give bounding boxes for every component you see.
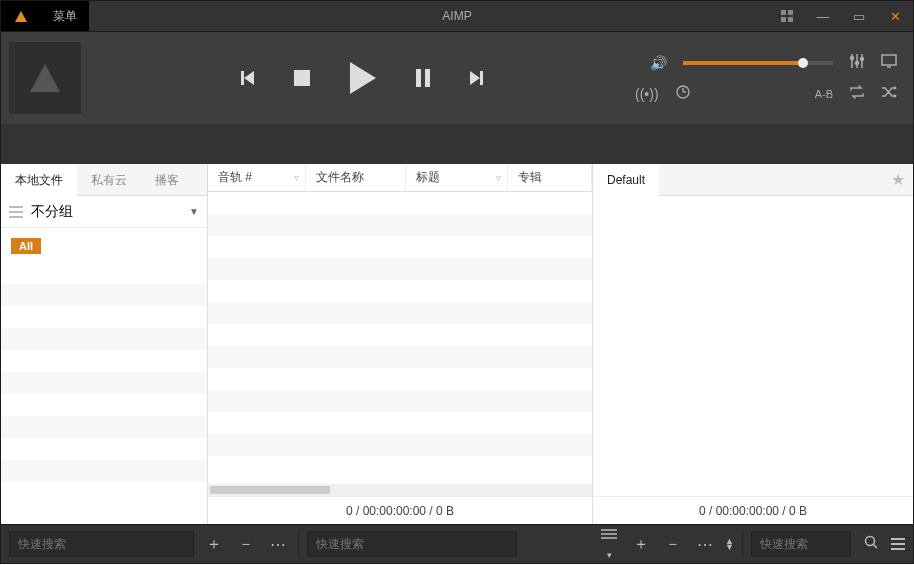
tracks-status: 0 / 00:00:00:00 / 0 B bbox=[208, 496, 592, 524]
table-row bbox=[208, 390, 592, 412]
previous-icon bbox=[241, 71, 254, 85]
table-row bbox=[208, 236, 592, 258]
play-icon bbox=[350, 62, 376, 94]
table-row bbox=[208, 368, 592, 390]
close-button[interactable]: ✕ bbox=[877, 1, 913, 31]
maximize-button[interactable]: ▭ bbox=[841, 1, 877, 31]
previous-button[interactable] bbox=[241, 71, 254, 85]
volume-icon[interactable]: 🔊 bbox=[650, 55, 667, 71]
table-row bbox=[208, 214, 592, 236]
close-icon: ✕ bbox=[890, 9, 901, 24]
play-button[interactable] bbox=[350, 62, 376, 94]
pause-button[interactable] bbox=[416, 69, 430, 87]
library-add-button[interactable]: ＋ bbox=[202, 534, 226, 555]
info-bar bbox=[0, 124, 914, 164]
filter-all-badge[interactable]: All bbox=[11, 238, 41, 254]
table-row bbox=[208, 324, 592, 346]
volume-slider[interactable] bbox=[683, 61, 833, 65]
radio-button[interactable]: ((•)) bbox=[635, 86, 659, 102]
list-item bbox=[1, 306, 207, 328]
grouping-menu-button[interactable] bbox=[9, 206, 23, 218]
grid-icon bbox=[781, 10, 793, 22]
list-item bbox=[1, 372, 207, 394]
svg-point-3 bbox=[851, 57, 854, 60]
filter-icon[interactable]: ▿ bbox=[496, 172, 501, 183]
column-filename[interactable]: 文件名称 bbox=[306, 164, 406, 191]
library-pane: 本地文件 私有云 播客 不分组 ▼ All bbox=[1, 164, 208, 524]
pause-icon bbox=[416, 69, 430, 87]
tracks-view-mode-button[interactable]: ▾ bbox=[597, 526, 621, 562]
table-row bbox=[208, 258, 592, 280]
playlist-pane: Default ★ 0 / 00:00:00:00 / 0 B bbox=[593, 164, 913, 524]
playlist-list bbox=[593, 196, 913, 496]
list-item bbox=[1, 262, 207, 284]
tab-podcasts[interactable]: 播客 bbox=[141, 164, 193, 196]
table-row bbox=[208, 280, 592, 302]
svg-point-5 bbox=[861, 58, 864, 61]
grouping-dropdown[interactable]: ▼ bbox=[189, 206, 199, 217]
title-bar: 菜单 AIMP — ▭ ✕ bbox=[0, 0, 914, 32]
playlist-menu-button[interactable] bbox=[891, 538, 905, 550]
equalizer-button[interactable] bbox=[849, 54, 865, 71]
svg-rect-6 bbox=[882, 55, 896, 65]
table-row bbox=[208, 412, 592, 434]
column-track-number[interactable]: 音轨 #▿ bbox=[208, 164, 306, 191]
compact-view-button[interactable] bbox=[769, 1, 805, 31]
table-row bbox=[208, 434, 592, 456]
list-item bbox=[1, 460, 207, 482]
column-headers: 音轨 #▿ 文件名称 标题▿ 专辑 bbox=[208, 164, 592, 192]
album-art bbox=[9, 42, 81, 114]
library-more-button[interactable]: ⋯ bbox=[266, 535, 290, 554]
library-search-input[interactable] bbox=[9, 531, 194, 557]
table-row bbox=[208, 192, 592, 214]
stop-icon bbox=[294, 70, 310, 86]
tracks-add-button[interactable]: ＋ bbox=[629, 534, 653, 555]
next-button[interactable] bbox=[470, 71, 483, 85]
library-list bbox=[1, 262, 207, 524]
repeat-button[interactable] bbox=[849, 85, 865, 102]
list-item bbox=[1, 328, 207, 350]
column-album[interactable]: 专辑 bbox=[508, 164, 592, 191]
table-row bbox=[208, 302, 592, 324]
timer-button[interactable] bbox=[675, 85, 691, 102]
list-item bbox=[1, 394, 207, 416]
tracks-search-input[interactable] bbox=[307, 531, 517, 557]
svg-line-15 bbox=[874, 545, 878, 549]
filter-icon[interactable]: ▿ bbox=[294, 172, 299, 183]
list-item bbox=[1, 438, 207, 460]
minimize-icon: — bbox=[817, 9, 830, 24]
minimize-button[interactable]: — bbox=[805, 1, 841, 31]
tracks-remove-button[interactable]: － bbox=[661, 534, 685, 555]
player-panel: 🔊 ((•)) A-B bbox=[0, 32, 914, 124]
tracks-sort-button[interactable]: ▲▼ bbox=[725, 538, 734, 550]
tracks-more-button[interactable]: ⋯ bbox=[693, 535, 717, 554]
visualization-button[interactable] bbox=[881, 54, 897, 71]
horizontal-scrollbar[interactable] bbox=[208, 484, 592, 496]
playlist-search-input[interactable] bbox=[751, 531, 851, 557]
svg-point-14 bbox=[866, 537, 875, 546]
list-item bbox=[1, 416, 207, 438]
playlist-status: 0 / 00:00:00:00 / 0 B bbox=[593, 496, 913, 524]
list-item bbox=[1, 284, 207, 306]
shuffle-button[interactable] bbox=[881, 85, 897, 102]
grouping-label: 不分组 bbox=[31, 203, 181, 221]
ab-repeat-button[interactable]: A-B bbox=[815, 88, 833, 100]
bottom-toolbar: ＋ － ⋯ ▾ ＋ － ⋯ ▲▼ bbox=[0, 524, 914, 564]
window-title: AIMP bbox=[442, 9, 471, 23]
playlist-search-button[interactable] bbox=[859, 535, 883, 553]
library-remove-button[interactable]: － bbox=[234, 534, 258, 555]
app-logo bbox=[1, 1, 41, 31]
library-tabs: 本地文件 私有云 播客 bbox=[1, 164, 207, 196]
tab-cloud[interactable]: 私有云 bbox=[77, 164, 141, 196]
tracks-list bbox=[208, 192, 592, 484]
tracks-pane: 音轨 #▿ 文件名称 标题▿ 专辑 0 / 00:00:00:00 / 0 B bbox=[208, 164, 593, 524]
next-icon bbox=[470, 71, 483, 85]
maximize-icon: ▭ bbox=[853, 9, 865, 24]
favorite-button[interactable]: ★ bbox=[891, 170, 905, 189]
tab-default-playlist[interactable]: Default bbox=[593, 164, 659, 196]
tab-local-files[interactable]: 本地文件 bbox=[1, 164, 77, 196]
svg-point-4 bbox=[856, 62, 859, 65]
stop-button[interactable] bbox=[294, 70, 310, 86]
column-title[interactable]: 标题▿ bbox=[406, 164, 508, 191]
main-menu-button[interactable]: 菜单 bbox=[41, 1, 89, 31]
